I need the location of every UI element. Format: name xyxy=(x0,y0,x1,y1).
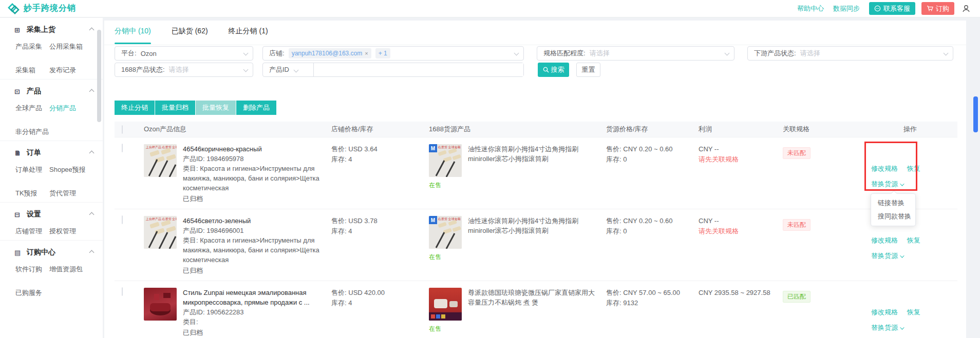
modify-spec-link[interactable]: 修改规格 xyxy=(871,308,898,316)
row-checkbox[interactable] xyxy=(122,144,123,152)
search-button[interactable]: 搜索 xyxy=(538,63,569,77)
menu-item-link-replace[interactable]: 链接替换 xyxy=(871,196,915,210)
sidebar-item-purchased-services[interactable]: 已购服务 xyxy=(15,285,49,297)
chevron-up-icon[interactable] xyxy=(89,28,95,33)
sidebar-item-public-collect-box[interactable]: 公用采集箱 xyxy=(49,38,103,51)
reset-button[interactable]: 重置 xyxy=(576,63,600,77)
sidebar-item-authorization-management[interactable]: 授权管理 xyxy=(49,223,103,236)
status-1688-select[interactable]: 1688产品状态: 请选择 xyxy=(115,63,253,77)
product-icon: ⊡ xyxy=(14,88,22,95)
ozon-product-id: 1984696001 xyxy=(206,227,243,234)
sidebar-section-product: ⊡ 产品 全球产品 分销产品 非分销产品 xyxy=(0,79,103,141)
source-product-title[interactable]: 尊派款德国珐琅搪瓷微压锅厂家直销家用大容量压力不粘锅炖 煮 煲 xyxy=(468,288,599,307)
downstream-status-label: 下游产品状态: xyxy=(754,49,796,58)
chevron-down-icon xyxy=(900,253,904,257)
match-status-badge: 未匹配 xyxy=(783,147,811,159)
source-product-title[interactable]: 油性迷你滚筒刷小拇指4寸边角拇指刷miniroller滚芯小拇指滚筒刷 xyxy=(468,144,599,164)
product-id-input[interactable] xyxy=(314,63,523,76)
source-stock: 9132 xyxy=(623,299,638,307)
replace-source-link[interactable]: 替换货源 xyxy=(871,252,898,260)
source-product-title[interactable]: 油性迷你滚筒刷小拇指4寸边角拇指刷miniroller滚芯小拇指滚筒刷 xyxy=(468,216,599,235)
tab-distributing[interactable]: 分销中 (10) xyxy=(115,27,151,44)
bulk-restore-button[interactable]: 批量恢复 xyxy=(196,101,236,115)
ozon-product-title[interactable]: 46546светло-зеленый xyxy=(183,216,324,226)
svg-text:上台样产品 右发货 全球金额: 上台样产品 右发货 全球金额 xyxy=(145,217,177,221)
ozon-product-image[interactable]: 上台样产品 右发货 全球金额 xyxy=(144,216,177,249)
store-price: USD 3.64 xyxy=(348,145,377,153)
bulk-actions: 终止分销 批量归档 批量恢复 删除产品 xyxy=(115,101,276,115)
user-avatar-icon[interactable] xyxy=(962,4,971,13)
chevron-up-icon[interactable] xyxy=(89,151,95,156)
shop-select[interactable]: 店铺: yanpuh178106@163.com × + 1 xyxy=(262,46,524,61)
delete-product-button[interactable]: 删除产品 xyxy=(236,101,276,115)
ozon-category: Красота и гигиена>Инструменты для макияж… xyxy=(183,165,319,192)
sidebar-item-product-collect[interactable]: 产品采集 xyxy=(15,38,49,51)
restore-link[interactable]: 恢复 xyxy=(907,165,920,172)
chevron-up-icon[interactable] xyxy=(89,89,95,94)
page-scrollbar-thumb[interactable] xyxy=(973,96,978,132)
restore-link[interactable]: 恢复 xyxy=(907,236,920,244)
source-product-image[interactable] xyxy=(429,288,462,321)
tab-terminated[interactable]: 终止分销 (1) xyxy=(229,27,268,44)
data-sync-link[interactable]: 数据同步 xyxy=(833,4,860,13)
source-product-image[interactable]: 右发货 全球金额 M xyxy=(429,216,462,249)
sidebar-item-tk-forecast[interactable]: TK预报 xyxy=(15,185,49,198)
sidebar-item-global-products[interactable]: 全球产品 xyxy=(15,100,49,113)
contact-support-button[interactable]: 联系客服 xyxy=(869,2,915,15)
sidebar-item-value-added-pack[interactable]: 增值资源包 xyxy=(49,261,103,274)
ozon-product-image[interactable] xyxy=(144,288,177,321)
help-center-link[interactable]: 帮助中心 xyxy=(797,4,824,13)
sidebar-section-orders: 🗎 订单 订单处理 Shopee预报 TK预报 货代管理 xyxy=(0,141,103,202)
table-row: 上台样产品 右发货 全球金额 46546светло-зеленый 产品ID:… xyxy=(115,209,957,281)
downstream-status-select[interactable]: 下游产品状态: 请选择 xyxy=(747,46,953,61)
row-checkbox[interactable] xyxy=(122,287,123,296)
terminate-distribution-button[interactable]: 终止分销 xyxy=(115,101,155,115)
sidebar-item-publish-record[interactable]: 发布记录 xyxy=(49,62,103,75)
ozon-product-title[interactable]: Стиль Zunpai немецкая эмалированная микр… xyxy=(183,288,324,307)
modify-spec-link[interactable]: 修改规格 xyxy=(871,236,898,244)
bulk-archive-button[interactable]: 批量归档 xyxy=(155,101,195,115)
select-all-checkbox[interactable] xyxy=(122,125,123,134)
modify-spec-link[interactable]: 修改规格 xyxy=(871,165,898,172)
sidebar-item-distribution-products[interactable]: 分销产品 xyxy=(49,100,103,113)
sidebar-item-shopee-forecast[interactable]: Shopee预报 xyxy=(49,162,103,174)
on-sale-status: 在售 xyxy=(429,181,462,190)
ozon-product-image[interactable]: 上台样产品 右发货 全球金额 xyxy=(144,144,177,177)
product-id-type-select[interactable]: 产品ID xyxy=(263,65,308,74)
sidebar-item-collect-box[interactable]: 采集箱 xyxy=(15,62,49,75)
sidebar-scrollbar-thumb[interactable] xyxy=(97,30,101,122)
col-actions: 操作 xyxy=(863,125,957,134)
replace-source-link[interactable]: 替换货源 xyxy=(871,180,898,188)
sidebar-item-order-processing[interactable]: 订单处理 xyxy=(15,162,49,174)
platform-select[interactable]: 平台: Ozon xyxy=(115,46,253,61)
purchase-icon: ▤ xyxy=(14,249,22,256)
chevron-down-icon xyxy=(725,51,730,56)
order-icon: 🗎 xyxy=(14,149,22,157)
tag-close-icon[interactable]: × xyxy=(365,50,368,56)
store-stock: 4 xyxy=(348,155,352,163)
shop-more-tag[interactable]: + 1 xyxy=(375,48,390,58)
source-product-image[interactable]: 右发货 全球金额 M xyxy=(429,144,462,177)
order-button[interactable]: 订购 xyxy=(921,2,954,15)
app-title: 妙手跨境分销 xyxy=(24,3,76,14)
tab-out-of-stock[interactable]: 已缺货 (62) xyxy=(172,27,208,44)
row-checkbox[interactable] xyxy=(122,215,123,224)
chevron-up-icon[interactable] xyxy=(89,250,95,255)
svg-text:上台样产品 右发货 全球金额: 上台样产品 右发货 全球金额 xyxy=(145,145,177,149)
spec-match-select[interactable]: 规格匹配程度: 请选择 xyxy=(537,46,734,61)
col-profit: 利润 xyxy=(693,125,776,134)
chevron-down-icon xyxy=(900,182,904,186)
sidebar-item-non-distribution-products[interactable]: 非分销产品 xyxy=(15,124,49,136)
sidebar-item-freight-management[interactable]: 货代管理 xyxy=(49,185,103,198)
ozon-product-id: 1984695978 xyxy=(206,155,243,163)
chevron-up-icon[interactable] xyxy=(89,212,95,217)
status-tabs: 分销中 (10) 已缺货 (62) 终止分销 (1) xyxy=(115,27,289,44)
chat-icon xyxy=(874,5,881,12)
sidebar-item-shop-management[interactable]: 店铺管理 xyxy=(15,223,49,236)
sidebar-section-settings: ⊟ 设置 店铺管理 授权管理 xyxy=(0,202,103,240)
sidebar-item-software-purchase[interactable]: 软件订购 xyxy=(15,261,49,274)
ozon-product-title[interactable]: 46546коричнево-красный xyxy=(183,144,324,154)
replace-source-link[interactable]: 替换货源 xyxy=(871,324,898,331)
menu-item-search-same-replace[interactable]: 搜同款替换 xyxy=(871,210,915,223)
restore-link[interactable]: 恢复 xyxy=(907,308,920,316)
